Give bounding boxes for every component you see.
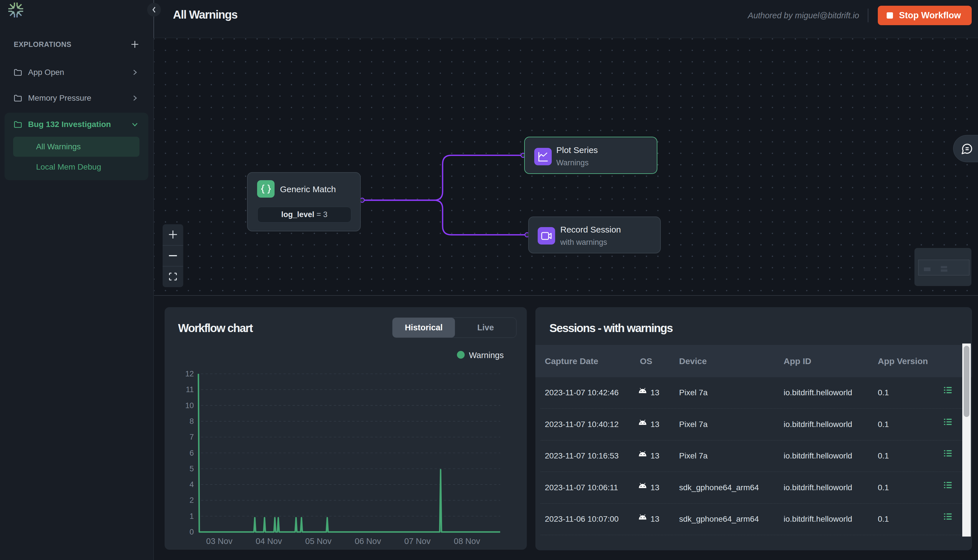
svg-text:8: 8 (189, 417, 194, 426)
svg-text:12: 12 (185, 370, 194, 378)
svg-text:0: 0 (189, 528, 194, 536)
svg-text:6: 6 (189, 449, 194, 457)
svg-text:7: 7 (189, 433, 194, 441)
svg-text:5: 5 (189, 465, 194, 473)
svg-text:11: 11 (186, 385, 194, 394)
svg-text:05 Nov: 05 Nov (305, 537, 331, 546)
svg-text:06 Nov: 06 Nov (355, 537, 381, 546)
svg-text:2: 2 (189, 496, 194, 505)
svg-text:1: 1 (189, 512, 194, 520)
svg-text:4: 4 (189, 480, 194, 489)
svg-text:03 Nov: 03 Nov (206, 537, 232, 546)
svg-text:08 Nov: 08 Nov (454, 537, 480, 546)
svg-text:07 Nov: 07 Nov (404, 537, 431, 546)
svg-text:10: 10 (185, 401, 194, 410)
svg-text:04 Nov: 04 Nov (256, 537, 282, 546)
